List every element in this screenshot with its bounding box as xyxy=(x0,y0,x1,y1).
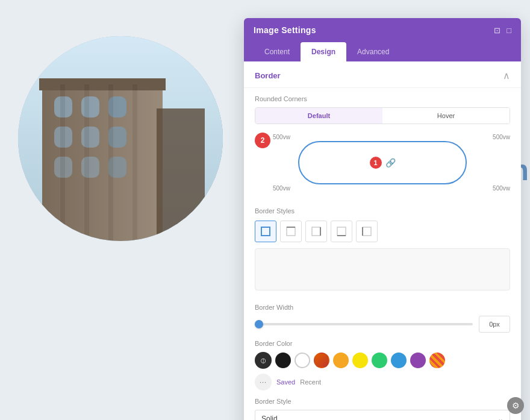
svg-rect-15 xyxy=(108,84,113,241)
swatch-blue[interactable] xyxy=(391,353,407,368)
corner-tr-value: 500vw xyxy=(493,134,510,140)
svg-rect-18 xyxy=(261,227,270,236)
border-width-track[interactable] xyxy=(255,323,473,325)
border-style-dropdown-subsection: Border Style Solid ⌄ xyxy=(244,398,521,420)
svg-rect-16 xyxy=(132,84,137,241)
border-style-value: Solid xyxy=(261,415,278,420)
collapse-icon[interactable]: □ xyxy=(507,27,511,34)
svg-rect-25 xyxy=(363,227,371,236)
swatch-green[interactable] xyxy=(372,353,387,368)
gear-corner-button[interactable]: ⚙ xyxy=(507,397,524,414)
border-width-value[interactable]: 0px xyxy=(479,316,510,333)
border-style-all[interactable] xyxy=(255,221,276,242)
corner-bl-value: 500vw xyxy=(273,185,290,192)
swatch-purple[interactable] xyxy=(410,353,426,368)
border-width-slider-row: 0px xyxy=(255,316,510,333)
border-style-bottom[interactable] xyxy=(331,221,352,242)
more-colors-button[interactable]: ··· xyxy=(255,374,272,390)
svg-rect-17 xyxy=(157,108,205,241)
border-style-select[interactable]: Solid ⌄ xyxy=(255,410,510,420)
svg-rect-8 xyxy=(81,127,99,148)
svg-rect-19 xyxy=(287,227,295,236)
toggle-hover[interactable]: Hover xyxy=(382,108,510,124)
border-preview xyxy=(255,248,510,290)
toggle-default[interactable]: Default xyxy=(255,108,382,124)
border-section-title: Border xyxy=(255,71,281,80)
tab-design[interactable]: Design xyxy=(301,42,346,61)
link-icon: 🔗 xyxy=(385,158,396,168)
panel-body: Border ∧ Rounded Corners Default Hover 2… xyxy=(244,61,521,420)
swatch-orange[interactable] xyxy=(333,353,349,368)
svg-rect-14 xyxy=(84,84,89,241)
slider-thumb[interactable] xyxy=(255,320,263,328)
rounded-corners-label: Rounded Corners xyxy=(255,95,510,102)
panel-title: Image Settings xyxy=(254,25,316,35)
rounded-rect-preview[interactable]: 1 🔗 xyxy=(298,141,467,184)
recent-link[interactable]: Recent xyxy=(300,378,321,386)
panel-header: Image Settings ⊡ □ xyxy=(244,18,521,42)
select-arrow-icon: ⌄ xyxy=(497,415,504,420)
panel-header-icons: ⊡ □ xyxy=(494,27,511,34)
border-width-label: Border Width xyxy=(255,304,510,311)
corner-tl-value: 500vw xyxy=(273,134,290,140)
swatch-orange-red[interactable] xyxy=(314,353,329,368)
border-styles-subsection: Border Styles xyxy=(244,207,521,304)
circle-image xyxy=(18,36,223,241)
border-style-right[interactable] xyxy=(305,221,327,242)
eyedropper-button[interactable]: ⦶ xyxy=(255,352,272,369)
border-color-label: Border Color xyxy=(255,340,510,347)
saved-link[interactable]: Saved xyxy=(276,378,295,386)
tab-content[interactable]: Content xyxy=(254,42,301,61)
color-swatches-row: ⦶ xyxy=(255,352,510,369)
border-section-header: Border ∧ xyxy=(244,61,521,88)
swatch-striped[interactable] xyxy=(429,353,445,368)
tab-advanced[interactable]: Advanced xyxy=(346,42,400,61)
border-style-top[interactable] xyxy=(280,221,302,242)
svg-rect-5 xyxy=(81,96,99,118)
svg-rect-13 xyxy=(60,84,65,241)
default-hover-toggle: Default Hover xyxy=(255,107,510,124)
section-collapse-icon[interactable]: ∧ xyxy=(503,70,510,81)
corner-br-value: 500vw xyxy=(493,185,510,192)
border-width-subsection: Border Width 0px xyxy=(244,304,521,340)
corner-radius-widget: 2 500vw 500vw 500vw 500vw 1 🔗 xyxy=(255,133,510,193)
fullscreen-icon[interactable]: ⊡ xyxy=(494,27,500,34)
swatch-yellow[interactable] xyxy=(352,353,368,368)
border-color-subsection: Border Color ⦶ ··· Saved Recent xyxy=(244,340,521,398)
image-settings-panel: Image Settings ⊡ □ Content Design Advanc… xyxy=(244,18,521,420)
svg-rect-23 xyxy=(337,227,346,236)
border-style-options xyxy=(255,221,510,242)
swatch-dark[interactable] xyxy=(275,353,291,368)
border-styles-label: Border Styles xyxy=(255,207,510,215)
badge-2: 2 xyxy=(255,133,270,148)
svg-rect-3 xyxy=(39,78,166,90)
swatch-white[interactable] xyxy=(295,353,310,368)
border-style-left[interactable] xyxy=(356,221,378,242)
svg-rect-11 xyxy=(81,157,99,178)
badge-1: 1 xyxy=(370,157,382,169)
border-style-dropdown-label: Border Style xyxy=(255,398,510,405)
saved-recent-row: ··· Saved Recent xyxy=(255,374,510,390)
rounded-corners-subsection: Rounded Corners Default Hover 2 500vw 50… xyxy=(244,88,521,207)
tab-bar: Content Design Advanced xyxy=(244,42,521,61)
svg-rect-21 xyxy=(312,227,320,236)
